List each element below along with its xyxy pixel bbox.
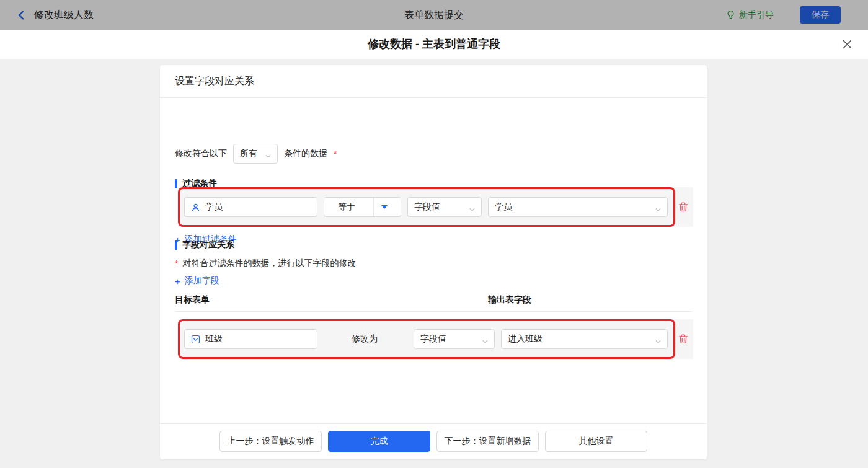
filter-condition-row: 学员 等于 字段值 学员 [178, 187, 693, 227]
divider [175, 311, 692, 312]
chevron-down-icon [482, 337, 488, 342]
next-step-button[interactable]: 下一步：设置新增数据 [436, 431, 539, 452]
done-button[interactable]: 完成 [328, 431, 430, 452]
output-field-column-header: 输出表字段 [488, 294, 531, 306]
select-field-type-icon [191, 335, 200, 344]
scope-select[interactable]: 所有 [233, 144, 278, 164]
scope-value: 所有 [240, 148, 257, 159]
dialog-title: 修改数据 - 主表到普通字段 [0, 37, 868, 51]
divider [160, 97, 707, 98]
required-asterisk: * [334, 149, 337, 159]
chevron-down-icon [469, 205, 475, 210]
mapping-value-type: 字段值 [420, 333, 446, 345]
match-suffix-label: 条件的数据 [284, 148, 327, 159]
plus-icon: + [175, 276, 180, 286]
settings-panel: 设置字段对应关系 过滤条件 修改符合以下 所有 条件的数据 * + 添加过滤条件… [160, 65, 707, 459]
section-accent-bar [175, 179, 177, 188]
required-asterisk: * [175, 258, 178, 268]
divider [160, 423, 707, 424]
beginner-guide-link[interactable]: 新手引导 [726, 9, 774, 20]
mapping-section-label: 字段对应关系 [182, 239, 234, 250]
mapping-value: 进入班级 [508, 333, 542, 345]
operator-dropdown-zone[interactable] [373, 198, 394, 216]
delete-condition-trash-icon[interactable] [678, 201, 689, 213]
mapping-value-select[interactable]: 进入班级 [501, 329, 668, 349]
member-field-icon [191, 203, 200, 212]
mapping-section-title: 字段对应关系 [175, 239, 234, 250]
topbar: 修改班级人数 表单数据提交 新手引导 保存 [0, 0, 868, 30]
other-settings-button[interactable]: 其他设置 [545, 431, 647, 452]
mapping-description-text: 对符合过滤条件的数据，进行以下字段的修改 [182, 258, 356, 269]
close-icon[interactable] [841, 38, 853, 50]
filter-value-type: 字段值 [414, 201, 440, 213]
prev-step-button[interactable]: 上一步：设置触发动作 [219, 431, 322, 452]
section-accent-bar [175, 241, 177, 250]
target-form-column-header: 目标表单 [175, 294, 210, 304]
guide-label: 新手引导 [739, 9, 774, 20]
match-prefix-label: 修改符合以下 [175, 148, 227, 159]
chevron-down-icon [655, 205, 661, 210]
filter-value-type-select[interactable]: 字段值 [407, 197, 482, 217]
lightbulb-icon [726, 10, 735, 20]
chevron-down-icon [655, 337, 661, 342]
triangle-down-icon [381, 205, 388, 209]
filter-field-input[interactable]: 学员 [184, 197, 317, 217]
operator-select[interactable]: 等于 [324, 197, 401, 217]
mapping-table-header: 目标表单 输出表字段 [175, 294, 692, 306]
save-button[interactable]: 保存 [800, 6, 841, 24]
add-field-label: 添加字段 [185, 275, 219, 286]
mapping-description: * 对符合过滤条件的数据，进行以下字段的修改 [175, 258, 356, 269]
mapping-value-type-select[interactable]: 字段值 [414, 329, 495, 349]
add-field-link[interactable]: + 添加字段 [175, 275, 219, 286]
match-condition-row: 修改符合以下 所有 条件的数据 * [175, 144, 337, 164]
target-field-value: 班级 [205, 333, 223, 345]
delete-mapping-trash-icon[interactable] [678, 333, 689, 345]
panel-header: 设置字段对应关系 [175, 75, 254, 88]
target-field-input[interactable]: 班级 [184, 329, 317, 349]
filter-value-select[interactable]: 学员 [488, 197, 668, 217]
field-mapping-row: 班级 修改为 字段值 进入班级 [178, 319, 693, 359]
modify-to-label: 修改为 [345, 329, 384, 349]
chevron-down-icon [265, 151, 271, 157]
filter-field-value: 学员 [205, 201, 223, 213]
dialog-header: 修改数据 - 主表到普通字段 [0, 30, 868, 59]
operator-value: 等于 [330, 201, 373, 213]
filter-value: 学员 [495, 201, 512, 213]
